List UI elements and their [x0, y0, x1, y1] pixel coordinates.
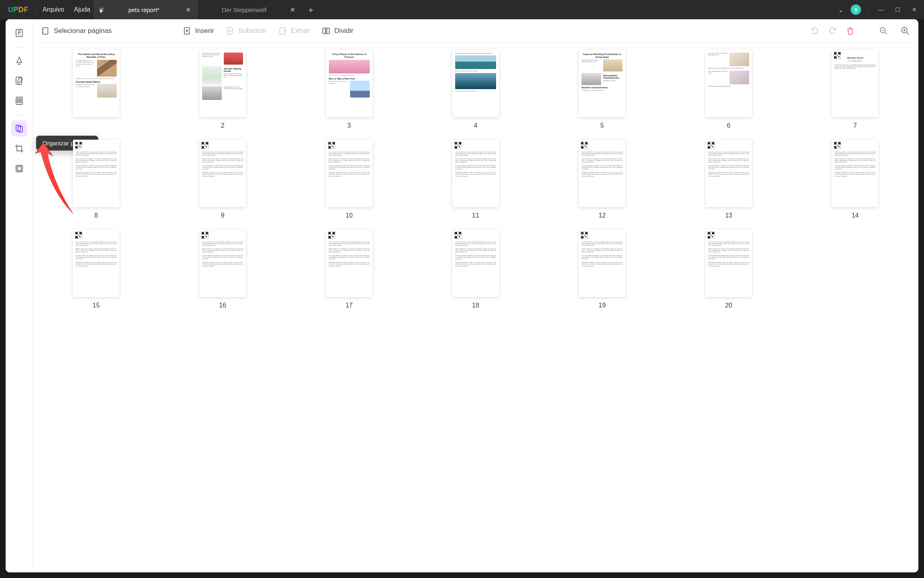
page-thumb[interactable]: Lorem ipsum dolor sit amet consectetur a… [424, 140, 527, 219]
page-headline: The Health and Mood-Boosting Benefits of… [76, 53, 117, 58]
page-thumb[interactable]: Quisque euismod orci sed nunc hendrerit … [424, 50, 527, 129]
tool-label: Substituir [238, 27, 267, 35]
user-avatar[interactable]: S [851, 4, 861, 15]
window-close-button[interactable]: ✕ [910, 6, 919, 13]
qr-icon [328, 232, 335, 238]
svg-rect-0 [16, 29, 22, 37]
page-title: Der Steppenwolf [835, 60, 875, 62]
tool-insert[interactable]: Inserir [182, 26, 214, 35]
page-number: 17 [346, 302, 353, 309]
menu-help[interactable]: Ajuda [74, 6, 90, 13]
page-thumb[interactable]: Lorem ipsum dolor sit amet consectetur a… [170, 140, 274, 219]
qr-icon [834, 52, 841, 59]
page-number: 15 [93, 302, 100, 309]
qr-icon [75, 232, 82, 238]
tool-extract[interactable]: Extrair [278, 26, 310, 35]
tab-close-button[interactable]: ✕ [184, 6, 192, 14]
qr-icon [834, 142, 841, 149]
new-tab-button[interactable]: ＋ [302, 0, 320, 19]
sidebar-redact[interactable] [11, 161, 27, 177]
sidebar-divider [14, 115, 24, 116]
separator [868, 6, 869, 13]
page-thumb[interactable]: Lorem ipsum dolor sit amet consectetur a… [424, 230, 527, 309]
sidebar-reader[interactable] [11, 25, 27, 41]
tab-steppenwolf[interactable]: Der Steppenwolf ✕ [198, 0, 302, 19]
page-subhead: Baseline Characteristics [582, 86, 622, 89]
organize-toolbar: Selecionar páginas Inserir Substituir Ex… [33, 19, 918, 43]
page-grid-scroll[interactable]: The Health and Mood-Boosting Benefits of… [33, 43, 918, 572]
tool-label: Selecionar páginas [54, 27, 112, 35]
menu-file[interactable]: Arquivo [43, 6, 64, 13]
page-number: 12 [599, 212, 606, 219]
svg-rect-9 [43, 27, 48, 34]
page-thumb[interactable]: Suspendisse placerat nunc id eros mattis… [170, 50, 274, 129]
window-minimize-button[interactable]: — [876, 6, 886, 13]
qr-icon [708, 142, 714, 149]
page-thumb[interactable]: Hermann Hesse Der Steppenwolf Dieses Buc… [803, 50, 907, 129]
zoom-in-button[interactable] [900, 26, 910, 36]
page-thumb[interactable]: Lorem ipsum dolor sit amet consectetur a… [677, 140, 780, 219]
tab-title: pets report* [107, 6, 180, 13]
sidebar-form[interactable] [11, 93, 27, 109]
tab-title: Der Steppenwolf [204, 6, 284, 13]
tool-select-pages[interactable]: Selecionar páginas [41, 26, 112, 35]
page-number: 10 [346, 212, 353, 219]
page-number: 3 [347, 122, 351, 129]
page-subhead: Animals Helping People [224, 67, 243, 72]
tool-delete[interactable] [845, 25, 856, 37]
svg-rect-14 [327, 28, 329, 34]
window-controls: ⌄ S — ☐ ✕ [833, 0, 924, 19]
page-thumb[interactable]: Lorem ipsum dolor sit amet consectetur a… [297, 140, 401, 219]
page-thumb[interactable]: Lorem ipsum dolor sit amet consectetur a… [170, 230, 274, 309]
page-thumb[interactable]: Lorem ipsum dolor sit amet consectetur a… [297, 230, 401, 309]
page-thumb[interactable]: Lorem ipsum dolor sit amet consectetur a… [677, 230, 780, 309]
page-number: 13 [725, 212, 732, 219]
tool-label: Dividir [334, 27, 353, 35]
page-thumb[interactable]: Lorem ipsum dolor sit amet consectetur a… [803, 140, 907, 219]
page-headline: A Key Phase in the History of Tourism [329, 53, 370, 58]
page-thumb[interactable]: Improve Working Productivity in Using Ap… [550, 50, 654, 129]
tab-close-button[interactable]: ✕ [288, 6, 296, 14]
window-maximize-button[interactable]: ☐ [893, 6, 902, 13]
sidebar-organize-pages[interactable] [11, 120, 27, 136]
svg-rect-8 [17, 167, 21, 171]
qr-icon [75, 142, 82, 149]
titlebar: UPDF Arquivo Ajuda ▾ pets report* ✕ Der … [0, 0, 924, 19]
content-area: Selecionar páginas Inserir Substituir Ex… [33, 19, 918, 572]
sidebar-divider [14, 47, 24, 48]
zoom-out-button[interactable] [878, 26, 889, 36]
sidebar-crop[interactable] [11, 140, 27, 157]
qr-icon [202, 232, 208, 238]
tab-indicator-icon: ▾ [99, 8, 103, 12]
page-thumb[interactable]: The Health and Mood-Boosting Benefits of… [44, 50, 148, 129]
dropdown-icon[interactable]: ⌄ [838, 6, 843, 14]
page-grid: The Health and Mood-Boosting Benefits of… [44, 50, 907, 309]
tool-label: Extrair [291, 27, 310, 35]
page-thumb[interactable]: A Key Phase in the History of Tourism Do… [297, 50, 401, 129]
page-number: 4 [474, 122, 478, 129]
page-thumb[interactable]: Lorem ipsum dolor sit amet consectetur a… [44, 140, 148, 219]
app-logo: UPDF [0, 0, 35, 19]
page-thumb[interactable]: Lorem ipsum dolor sit amet consectetur a… [550, 140, 654, 219]
page-thumb[interactable]: Lorem ipsum dolor sit amet consectetur a… [550, 230, 654, 309]
page-author: Hermann Hesse [835, 57, 875, 59]
page-subhead: Demographic Characteristics [603, 74, 623, 79]
sidebar-annotate[interactable] [11, 53, 27, 69]
tool-replace[interactable]: Substituir [225, 26, 267, 35]
page-number: 5 [600, 122, 604, 129]
tab-pets-report[interactable]: ▾ pets report* ✕ [93, 0, 198, 19]
document-tabs: ▾ pets report* ✕ Der Steppenwolf ✕ ＋ [93, 0, 320, 19]
tool-split[interactable]: Dividir [322, 26, 353, 35]
tool-rotate-left[interactable] [809, 25, 821, 37]
page-number: 20 [725, 302, 732, 309]
page-subhead: Possible Health Effects [76, 81, 117, 83]
qr-icon [581, 232, 588, 238]
sidebar-edit[interactable] [11, 73, 27, 89]
svg-rect-3 [17, 99, 21, 100]
page-number: 2 [221, 122, 225, 129]
tool-rotate-right[interactable] [827, 25, 838, 37]
page-thumb[interactable]: Lorem ipsum dolor sit amet consectetur a… [44, 230, 148, 309]
page-thumb[interactable]: Nunc viverra elit tellus nec posuere lac… [677, 50, 780, 129]
tool-label: Inserir [195, 27, 214, 35]
page-number: 7 [853, 122, 857, 129]
